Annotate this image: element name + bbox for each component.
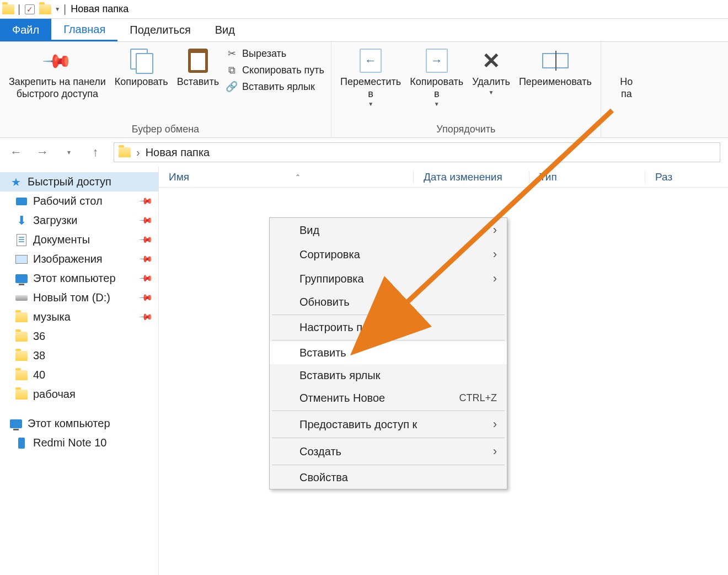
pc-icon: [15, 273, 28, 285]
pin-icon: 📌: [138, 271, 154, 286]
ribbon-group-organize: Переместить в ▼ Копировать в ▼ ✕ Удалить…: [331, 42, 601, 137]
window-title: Новая папка: [71, 3, 129, 15]
sidebar-item-pictures[interactable]: Изображения📌: [0, 249, 158, 269]
sort-caret-icon: ⌃: [295, 173, 301, 181]
paste-button[interactable]: Вставить: [174, 45, 222, 90]
folder-icon: [119, 147, 131, 157]
menu-group-label: Группировка: [299, 273, 364, 285]
sidebar-item-thispc[interactable]: Этот компьютер📌: [0, 269, 158, 288]
recent-dropdown[interactable]: ▾: [61, 144, 77, 161]
forward-button[interactable]: →: [34, 144, 51, 161]
sidebar-item-38[interactable]: 38: [0, 346, 158, 365]
tab-share[interactable]: Поделиться: [117, 19, 202, 41]
menu-view-label: Вид: [299, 224, 319, 237]
paste-label: Вставить: [177, 76, 219, 88]
column-name[interactable]: Имя⌃: [159, 171, 414, 183]
copy-to-label: Копировать в: [410, 76, 463, 100]
menu-properties[interactable]: Свойства: [270, 466, 507, 489]
menu-view[interactable]: Вид›: [270, 218, 507, 242]
new-folder-button[interactable]: Но па: [607, 45, 646, 102]
column-name-label: Имя: [169, 171, 189, 183]
menu-group[interactable]: Группировка›: [270, 267, 507, 291]
copy-to-icon: [424, 47, 450, 74]
chevron-right-icon: ›: [493, 247, 497, 262]
column-headers: Имя⌃ Дата изменения Тип Раз: [159, 167, 728, 188]
pin-icon: 📌: [138, 290, 154, 306]
menu-share-access[interactable]: Предоставить доступ к›: [270, 412, 507, 436]
rename-button[interactable]: Переименовать: [516, 45, 595, 90]
column-size[interactable]: Раз: [645, 171, 728, 183]
pin-icon: 📌: [138, 252, 154, 267]
tab-file[interactable]: Файл: [0, 19, 51, 41]
copy-path-button[interactable]: ⧉Скопировать путь: [224, 63, 325, 77]
sidebar-item-downloads[interactable]: ⬇Загрузки📌: [0, 211, 158, 230]
menu-new-label: Создать: [299, 445, 341, 458]
up-button[interactable]: ↑: [87, 144, 104, 161]
pin-icon: 📌: [138, 213, 154, 228]
folder-icon: [15, 369, 28, 381]
copy-to-button[interactable]: Копировать в ▼: [406, 45, 467, 110]
folder-icon: [15, 388, 28, 401]
sidebar-item-label: 36: [33, 330, 45, 343]
sidebar-item-label: Новый том (D:): [33, 291, 110, 304]
menu-undo-label: Отменить Новое: [299, 392, 385, 404]
nav-bar: ← → ▾ ↑ › Новая папка: [0, 138, 728, 167]
menu-undo-shortcut: CTRL+Z: [459, 392, 497, 404]
sidebar-item-working[interactable]: рабочая: [0, 385, 158, 404]
group-clipboard-label: Буфер обмена: [6, 121, 325, 136]
folder-icon: [15, 350, 28, 362]
menu-new[interactable]: Создать›: [270, 439, 507, 464]
qat-checkbox-icon[interactable]: ✓: [24, 3, 36, 15]
move-to-button[interactable]: Переместить в ▼: [337, 45, 404, 110]
cut-label: Вырезать: [242, 48, 286, 60]
menu-sort-label: Сортировка: [299, 248, 360, 261]
move-icon: [357, 47, 384, 74]
sidebar-item-this-pc-root[interactable]: Этот компьютер: [0, 414, 158, 433]
chevron-down-icon: ▼: [434, 101, 440, 108]
column-date[interactable]: Дата изменения: [414, 171, 529, 183]
sidebar-item-music[interactable]: музыка📌: [0, 307, 158, 327]
pin-quickaccess-label: Закрепить на панели быстрого доступа: [9, 76, 106, 100]
sidebar-item-36[interactable]: 36: [0, 327, 158, 346]
new-folder-icon: [613, 47, 640, 74]
breadcrumb[interactable]: Новая папка: [146, 146, 210, 159]
sidebar-item-quick-access[interactable]: ★ Быстрый доступ: [0, 172, 158, 191]
star-icon: ★: [10, 176, 22, 188]
chevron-right-icon: ›: [493, 444, 497, 459]
paste-shortcut-label: Вставить ярлык: [242, 81, 315, 93]
copy-button[interactable]: Копировать: [111, 45, 172, 90]
delete-button[interactable]: ✕ Удалить ▼: [469, 45, 513, 98]
menu-sort[interactable]: Сортировка›: [270, 242, 507, 267]
sidebar-item-40[interactable]: 40: [0, 365, 158, 385]
menu-paste-label: Вставить: [299, 347, 346, 359]
paste-shortcut-button[interactable]: 🔗Вставить ярлык: [224, 79, 325, 94]
menu-undo[interactable]: Отменить НовоеCTRL+Z: [270, 387, 507, 409]
ribbon-group-new: Но па: [601, 42, 652, 137]
rename-label: Переименовать: [519, 76, 592, 88]
menu-paste[interactable]: Вставить: [270, 342, 507, 364]
qat-dropdown-icon[interactable]: ▼: [55, 6, 60, 12]
tab-home[interactable]: Главная: [51, 19, 117, 41]
sidebar-item-label: Загрузки: [33, 214, 78, 227]
address-bar[interactable]: › Новая папка: [114, 142, 720, 162]
cut-button[interactable]: ✂Вырезать: [224, 46, 325, 61]
back-button[interactable]: ←: [8, 144, 24, 161]
sidebar-item-label: Изображения: [33, 253, 103, 265]
sidebar-item-drive-d[interactable]: Новый том (D:)📌: [0, 288, 158, 307]
sidebar-phone-label: Redmi Note 10: [33, 436, 106, 449]
sidebar-item-phone[interactable]: Redmi Note 10: [0, 433, 158, 452]
sidebar-item-desktop[interactable]: Рабочий стол📌: [0, 191, 158, 211]
menu-share-label: Предоставить доступ к: [299, 418, 417, 431]
move-to-label: Переместить в: [340, 76, 401, 100]
menu-refresh[interactable]: Обновить: [270, 291, 507, 313]
sidebar-item-documents[interactable]: Документы📌: [0, 230, 158, 249]
column-type[interactable]: Тип: [529, 171, 645, 183]
separator: |: [18, 3, 20, 15]
sidebar: ★ Быстрый доступ Рабочий стол📌 ⬇Загрузки…: [0, 167, 159, 575]
menu-customize-folder[interactable]: Настроить папку…: [270, 316, 507, 339]
pin-quickaccess-button[interactable]: 📌 Закрепить на панели быстрого доступа: [6, 45, 109, 102]
menu-paste-shortcut[interactable]: Вставить ярлык: [270, 364, 507, 387]
menu-customize-label: Настроить папку…: [299, 321, 396, 334]
sidebar-item-label: Этот компьютер: [33, 272, 116, 285]
tab-view[interactable]: Вид: [203, 19, 247, 41]
